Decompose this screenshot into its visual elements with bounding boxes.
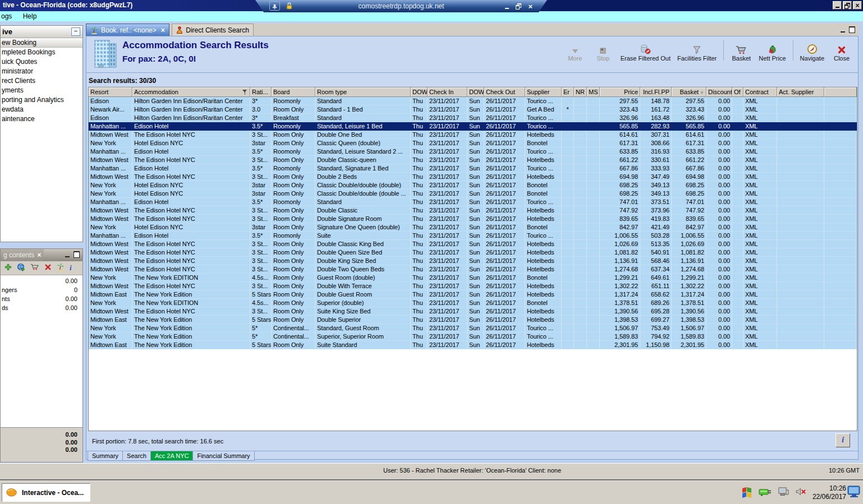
table-cell[interactable] bbox=[562, 122, 574, 131]
table-cell[interactable]: 23/11/2017 bbox=[428, 181, 467, 189]
table-cell[interactable]: Midtown East bbox=[89, 341, 132, 349]
table-cell[interactable] bbox=[777, 240, 824, 248]
tab-booking-contents[interactable]: g contents × bbox=[1, 249, 44, 261]
table-cell[interactable]: 1,274.68 bbox=[672, 265, 706, 274]
table-cell[interactable]: Thu bbox=[411, 332, 428, 341]
table-cell[interactable] bbox=[587, 232, 600, 240]
table-cell[interactable] bbox=[574, 147, 587, 156]
delete-button[interactable] bbox=[44, 263, 52, 273]
table-cell[interactable] bbox=[777, 290, 824, 299]
table-cell[interactable]: Midtown West bbox=[89, 248, 132, 257]
table-cell[interactable]: 307.31 bbox=[640, 131, 672, 139]
table-cell[interactable]: 23/11/2017 bbox=[428, 206, 467, 215]
table-cell[interactable]: Room Only bbox=[272, 240, 315, 248]
table-cell[interactable]: Thu bbox=[411, 257, 428, 265]
table-cell[interactable]: Double One Bed bbox=[315, 131, 411, 139]
table-cell[interactable]: 0.00 bbox=[706, 198, 732, 206]
table-cell[interactable]: XML bbox=[743, 206, 777, 215]
security-icon[interactable] bbox=[741, 486, 753, 500]
table-cell[interactable] bbox=[587, 324, 600, 332]
table-cell[interactable]: 23/11/2017 bbox=[428, 299, 467, 307]
table-cell[interactable]: 5* bbox=[250, 332, 272, 341]
table-cell[interactable]: Thu bbox=[411, 290, 428, 299]
table-row[interactable]: Midtown EastThe New York Edition5 StarsR… bbox=[89, 316, 857, 324]
table-cell[interactable]: 26/11/2017 bbox=[484, 139, 525, 147]
table-cell[interactable]: 661.22 bbox=[672, 156, 706, 164]
table-cell[interactable]: Hotel Edison NYC bbox=[132, 223, 250, 232]
table-cell[interactable] bbox=[574, 232, 587, 240]
table-cell[interactable]: Thu bbox=[411, 299, 428, 307]
table-cell[interactable]: Continental... bbox=[272, 332, 315, 341]
table-cell[interactable]: XML bbox=[743, 147, 777, 156]
table-cell[interactable] bbox=[732, 223, 743, 232]
table-cell[interactable]: 326.96 bbox=[600, 114, 640, 122]
table-cell[interactable]: Hotelbeds bbox=[525, 240, 562, 248]
table-cell[interactable]: 1,136.91 bbox=[672, 257, 706, 265]
table-cell[interactable]: 3 St... bbox=[250, 156, 272, 164]
more-button[interactable]: More bbox=[561, 43, 589, 62]
table-cell[interactable]: 3 St... bbox=[250, 265, 272, 274]
table-cell[interactable]: Edison bbox=[89, 97, 132, 105]
erase-filtered-out-button[interactable]: Erase Filtered Out bbox=[617, 43, 674, 62]
table-cell[interactable]: 0.00 bbox=[706, 114, 732, 122]
table-cell[interactable]: Thu bbox=[411, 265, 428, 274]
table-cell[interactable]: Room Only bbox=[272, 316, 315, 324]
table-cell[interactable]: 349.13 bbox=[640, 189, 672, 198]
panel-maximize-icon[interactable] bbox=[74, 251, 80, 258]
table-cell[interactable] bbox=[562, 114, 574, 122]
table-cell[interactable]: 0.00 bbox=[706, 324, 732, 332]
table-cell[interactable]: 0.00 bbox=[706, 206, 732, 215]
table-cell[interactable]: XML bbox=[743, 173, 777, 181]
table-cell[interactable]: New York bbox=[89, 223, 132, 232]
table-cell[interactable]: 23/11/2017 bbox=[428, 105, 467, 114]
table-cell[interactable]: Sun bbox=[467, 248, 484, 257]
table-cell[interactable]: Double Two Queen Beds bbox=[315, 265, 411, 274]
table-cell[interactable] bbox=[587, 181, 600, 189]
sidebar-item[interactable]: yments bbox=[1, 86, 82, 95]
table-cell[interactable]: Room Only bbox=[272, 307, 315, 316]
table-cell[interactable] bbox=[562, 274, 574, 282]
table-cell[interactable] bbox=[732, 147, 743, 156]
table-cell[interactable]: Edison Hotel bbox=[132, 147, 250, 156]
table-row[interactable]: Midtown WestThe Edison Hotel NYC3 St...R… bbox=[89, 257, 857, 265]
table-cell[interactable] bbox=[732, 240, 743, 248]
table-cell[interactable]: Room Only bbox=[272, 131, 315, 139]
table-cell[interactable]: Thu bbox=[411, 341, 428, 349]
table-cell[interactable]: Sun bbox=[467, 257, 484, 265]
table-cell[interactable]: The Edison Hotel NYC bbox=[132, 265, 250, 274]
table-cell[interactable] bbox=[732, 198, 743, 206]
table-cell[interactable]: 0.00 bbox=[706, 299, 732, 307]
table-cell[interactable]: 282.93 bbox=[640, 122, 672, 131]
table-cell[interactable]: Bonotel bbox=[525, 299, 562, 307]
table-cell[interactable] bbox=[574, 97, 587, 105]
table-cell[interactable]: Room Only bbox=[272, 215, 315, 223]
table-cell[interactable]: Thu bbox=[411, 324, 428, 332]
table-cell[interactable]: XML bbox=[743, 274, 777, 282]
table-cell[interactable]: The Edison Hotel NYC bbox=[132, 215, 250, 223]
table-cell[interactable]: Sun bbox=[467, 105, 484, 114]
table-cell[interactable]: 747.92 bbox=[672, 206, 706, 215]
table-cell[interactable]: 1,026.69 bbox=[672, 240, 706, 248]
table-cell[interactable]: Double With Terrace bbox=[315, 282, 411, 290]
table-cell[interactable]: Room Only bbox=[272, 341, 315, 349]
table-cell[interactable]: 1,299.21 bbox=[600, 274, 640, 282]
table-cell[interactable]: 2,301.95 bbox=[672, 341, 706, 349]
table-cell[interactable]: Hotelbeds bbox=[525, 156, 562, 164]
table-cell[interactable]: 747.92 bbox=[600, 206, 640, 215]
table-cell[interactable]: Breakfast bbox=[272, 114, 315, 122]
table-row[interactable]: Manhattan ...Edison Hotel3.5*RoomonlySta… bbox=[89, 198, 857, 206]
table-cell[interactable] bbox=[574, 173, 587, 181]
stop-button[interactable]: Stop bbox=[589, 43, 617, 62]
table-cell[interactable] bbox=[777, 164, 824, 173]
table-cell[interactable] bbox=[574, 248, 587, 257]
table-cell[interactable] bbox=[562, 147, 574, 156]
column-header[interactable]: Resort bbox=[89, 87, 132, 97]
table-cell[interactable]: 3 St... bbox=[250, 282, 272, 290]
table-cell[interactable]: 1,390.56 bbox=[600, 307, 640, 316]
table-cell[interactable]: 23/11/2017 bbox=[428, 257, 467, 265]
table-cell[interactable] bbox=[824, 274, 857, 282]
tab-acc-2a-nyc[interactable]: Acc 2A NYC bbox=[150, 451, 194, 461]
table-cell[interactable]: Double Queen Size Bed bbox=[315, 248, 411, 257]
table-cell[interactable] bbox=[574, 131, 587, 139]
column-header[interactable]: Discount bbox=[706, 87, 732, 97]
